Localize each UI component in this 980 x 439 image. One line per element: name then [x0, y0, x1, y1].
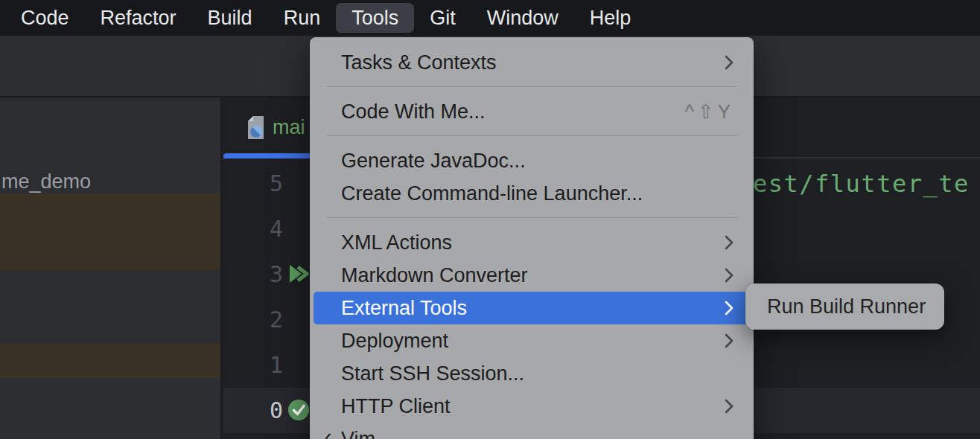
menu-item-label: Code With Me... — [341, 100, 685, 124]
line-number: 1 — [270, 352, 283, 378]
gutter-line-5: 5 — [223, 161, 310, 206]
dart-file-icon — [246, 115, 266, 140]
menu-item-label: External Tools — [341, 297, 724, 320]
code-line: est/flutter_te — [753, 161, 970, 206]
menu-item-label: Generate JavaDoc... — [341, 150, 734, 173]
gutter-line-4: 4 — [223, 206, 310, 251]
menu-item-generate-javadoc[interactable]: Generate JavaDoc... — [310, 144, 754, 177]
menu-item-label: Start SSH Session... — [341, 362, 734, 385]
tree-selected-row[interactable] — [0, 193, 222, 270]
line-number: 2 — [270, 307, 283, 333]
menu-bar: CodeRefactorBuildRunToolsGitWindowHelp — [0, 0, 980, 36]
chevron-right-icon — [724, 234, 734, 251]
chevron-right-icon — [724, 398, 734, 414]
menu-item-create-command-line-launcher[interactable]: Create Command-line Launcher... — [310, 177, 754, 210]
line-number: 5 — [270, 170, 283, 196]
line-number: 4 — [270, 216, 283, 242]
menu-item-tasks-contexts[interactable]: Tasks & Contexts — [310, 46, 754, 79]
menu-separator — [326, 135, 737, 136]
run-all-icon[interactable] — [287, 263, 310, 285]
chevron-right-icon — [724, 300, 734, 316]
menu-item-vim[interactable]: ✓Vim — [310, 423, 754, 439]
menu-item-label: Deployment — [341, 330, 724, 353]
line-number: 0 — [270, 397, 283, 423]
menu-item-label: XML Actions — [341, 231, 724, 254]
tree-selected-row[interactable] — [0, 343, 222, 378]
gutter-line-0: 0 — [223, 388, 310, 433]
menu-item-label: HTTP Client — [341, 395, 724, 418]
tools-dropdown-menu: Tasks & ContextsCode With Me...^⇧YGenera… — [310, 37, 754, 439]
menu-item-code-with-me[interactable]: Code With Me...^⇧Y — [310, 95, 754, 128]
menu-item-label: Create Command-line Launcher... — [341, 182, 734, 205]
menu-item-markdown-converter[interactable]: Markdown Converter — [310, 259, 754, 292]
menubar-item-run[interactable]: Run — [268, 3, 337, 33]
menubar-item-help[interactable]: Help — [574, 3, 647, 33]
test-passed-icon[interactable] — [287, 399, 310, 421]
check-icon: ✓ — [318, 428, 340, 439]
editor-gutter: 543210 — [223, 161, 310, 433]
menu-item-shortcut: ^⇧Y — [685, 100, 734, 124]
menu-separator — [326, 86, 737, 87]
menu-item-label: Markdown Converter — [341, 264, 724, 287]
menu-item-xml-actions[interactable]: XML Actions — [310, 226, 754, 259]
gutter-line-3: 3 — [223, 251, 310, 297]
chevron-right-icon — [724, 333, 734, 349]
menu-item-start-ssh-session[interactable]: Start SSH Session... — [310, 357, 754, 390]
menu-item-label: Tasks & Contexts — [341, 51, 724, 74]
menu-separator — [326, 217, 737, 218]
project-tree-item[interactable]: me_demo — [1, 170, 91, 193]
chevron-right-icon — [724, 54, 734, 71]
menu-item-label: Vim — [341, 428, 734, 439]
external-tools-submenu[interactable]: Run Build Runner — [745, 283, 944, 330]
gutter-line-2: 2 — [223, 297, 310, 342]
project-panel: me_demo — [0, 97, 222, 439]
menu-item-external-tools[interactable]: External Tools — [314, 292, 750, 324]
menubar-item-refactor[interactable]: Refactor — [85, 3, 192, 33]
chevron-right-icon — [724, 267, 734, 283]
editor-tab-main-dart[interactable]: mai — [223, 97, 305, 157]
line-number: 3 — [270, 261, 283, 287]
menu-item-http-client[interactable]: HTTP Client — [310, 390, 754, 423]
menubar-item-tools[interactable]: Tools — [336, 3, 414, 33]
tab-label: mai — [273, 116, 305, 139]
menubar-item-git[interactable]: Git — [414, 3, 471, 33]
submenu-item-run-build-runner[interactable]: Run Build Runner — [767, 295, 926, 318]
menubar-item-build[interactable]: Build — [192, 3, 268, 33]
menubar-item-code[interactable]: Code — [5, 3, 85, 33]
menu-item-deployment[interactable]: Deployment — [310, 324, 754, 357]
menubar-item-window[interactable]: Window — [471, 3, 574, 33]
gutter-line-1: 1 — [223, 342, 310, 388]
